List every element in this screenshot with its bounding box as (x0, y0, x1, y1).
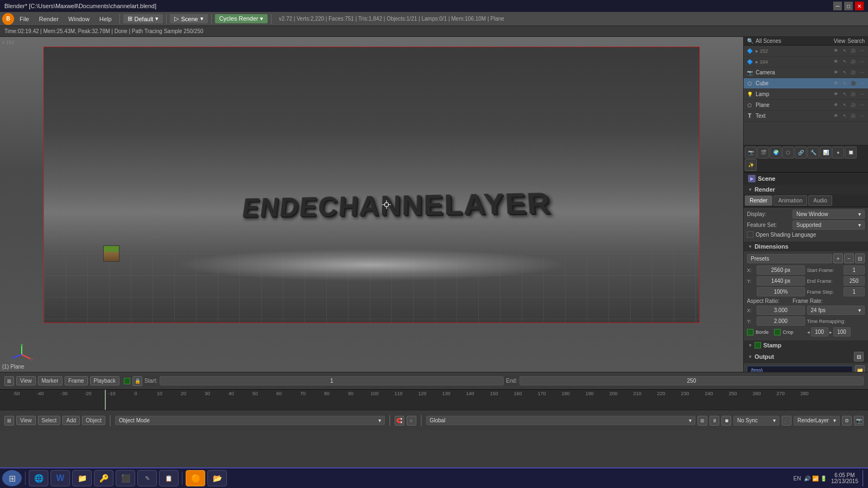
osl-checkbox[interactable] (747, 231, 753, 238)
vis-cursor[interactable]: ↖ (841, 58, 848, 66)
vis-eye[interactable]: 👁 (832, 80, 840, 87)
vis-more[interactable]: ⋯ (858, 102, 866, 109)
outliner-item-164[interactable]: 🔷 ▸ 164 👁 ↖ 🎥 ⋯ (744, 56, 868, 67)
vis-more[interactable]: ⋯ (858, 80, 866, 87)
output-menu-btn[interactable]: ⊟ (854, 352, 864, 362)
feature-set-dropdown[interactable]: Supported ▾ (793, 220, 865, 230)
vis-render[interactable]: 🎥 (850, 102, 857, 109)
presets-menu-btn[interactable]: ⊟ (855, 253, 865, 263)
vis-eye[interactable]: 👁 (832, 91, 840, 98)
taskbar-fileexp[interactable]: 📂 (207, 470, 227, 486)
marker-btn[interactable]: Marker (38, 376, 62, 385)
vis-cursor[interactable]: ↖ (841, 102, 848, 109)
taskbar-blender[interactable]: 🟠 (186, 470, 205, 486)
tab-constraints[interactable]: 🔗 (795, 147, 807, 159)
vis-render[interactable]: 🎥 (850, 112, 857, 120)
show-desktop-btn[interactable] (863, 470, 866, 486)
menu-help[interactable]: Help (95, 15, 116, 23)
object-label[interactable]: Object (82, 416, 105, 425)
taskbar-app5[interactable]: ⬛ (116, 470, 135, 486)
taskbar-explorer[interactable]: 📁 (72, 470, 92, 486)
tab-object[interactable]: ⬡ (782, 147, 794, 159)
res-y-value[interactable]: 1440 px (757, 276, 805, 286)
frame-rate-dropdown[interactable]: 24 fps ▾ (807, 306, 865, 315)
viewport[interactable]: ENDECHANNELAYER v 152 X Z (0, 37, 743, 372)
vis-eye[interactable]: 👁 (832, 102, 840, 109)
select-label[interactable]: Select (38, 416, 61, 425)
vis-eye[interactable]: 👁 (832, 58, 840, 66)
close-button[interactable]: ✕ (855, 2, 864, 10)
minimize-button[interactable]: ─ (833, 2, 842, 10)
tab-texture[interactable]: 🔲 (845, 147, 857, 159)
scrollbar-handle[interactable] (859, 27, 864, 36)
render-engine-dropdown[interactable]: Cycles Render ▾ (215, 14, 268, 23)
snap-btn[interactable]: 🧲 (395, 416, 404, 426)
presets-remove-btn[interactable]: − (844, 253, 854, 263)
outliner-item-camera[interactable]: 📷 Camera 👁 ↖ 🎥 ⋯ (744, 67, 868, 78)
scene-dropdown[interactable]: ▷ Scene ▾ (170, 14, 207, 23)
timeline-start[interactable]: 1 (160, 376, 504, 385)
workspace-dropdown[interactable]: ⊞ Default ▾ (123, 14, 163, 23)
tab-world[interactable]: 🌍 (770, 147, 782, 159)
crop-checkbox[interactable] (774, 329, 781, 335)
vis-cursor[interactable]: ↖ (841, 69, 848, 77)
view-btn[interactable]: View (16, 376, 36, 385)
res-x-value[interactable]: 2560 px (757, 265, 805, 275)
view-label[interactable]: View (16, 416, 36, 425)
outliner-item-lamp[interactable]: 💡 Lamp 👁 ↖ 🎥 ⋯ (744, 89, 868, 100)
start-button[interactable]: ⊞ (2, 470, 22, 486)
render-tab-render[interactable]: Render (745, 195, 772, 206)
view-btn[interactable]: View (834, 38, 846, 44)
proportional-btn[interactable]: ○ (407, 416, 416, 426)
tab-material[interactable]: ● (832, 147, 844, 159)
playback-btn[interactable]: Playback (90, 376, 120, 385)
display-dropdown[interactable]: New Window ▾ (793, 210, 865, 219)
timeline-end[interactable]: 250 (519, 376, 864, 385)
output-browse-btn[interactable]: 📁 (855, 365, 865, 372)
presets-add-btn[interactable]: + (833, 253, 843, 263)
extra-btn[interactable]: ⚙ (842, 416, 852, 426)
search-btn[interactable]: Search (847, 38, 865, 44)
outliner-item-plane[interactable]: ⬡ Plane 👁 ↖ 🎥 ⋯ (744, 100, 868, 111)
tab-data[interactable]: 📊 (820, 147, 832, 159)
menu-window[interactable]: Window (64, 15, 94, 23)
tab-modifiers[interactable]: 🔧 (807, 147, 819, 159)
menu-file[interactable]: File (15, 15, 34, 23)
tab-render[interactable]: 📷 (745, 147, 757, 159)
tab-scene[interactable]: 🎬 (757, 147, 769, 159)
render-layer-btn[interactable]: 🎥 (782, 416, 791, 426)
vis-render[interactable]: 🎥 (850, 69, 857, 77)
aspect-y-value[interactable]: 2.000 (757, 316, 805, 326)
vis-more[interactable]: ⋯ (858, 69, 866, 77)
taskbar-app4[interactable]: 🔑 (94, 470, 113, 486)
sync-dropdown[interactable]: No Sync ▾ (733, 416, 780, 426)
output-path[interactable]: /tmp\ (747, 366, 853, 372)
vis-eye[interactable]: 👁 (832, 69, 840, 77)
stamp-enable-checkbox[interactable] (755, 342, 761, 348)
vis-render[interactable]: 🎥 (850, 47, 857, 55)
viewport-toggle-btn[interactable]: ⊞ (4, 376, 14, 386)
blender-logo[interactable]: B (2, 13, 14, 25)
play-checkbox[interactable] (124, 378, 130, 384)
vis-render[interactable]: 🎥 (850, 58, 857, 66)
outliner-item-text[interactable]: T Text 👁 ↖ 🎥 ⋯ (744, 111, 868, 122)
camera-view-btn[interactable]: 📷 (854, 416, 864, 426)
frame-btn[interactable]: Frame (65, 376, 88, 385)
vis-more[interactable]: ⋯ (858, 58, 866, 66)
res-percent-value[interactable]: 100% (757, 287, 805, 296)
taskbar-chrome[interactable]: 🌐 (29, 470, 48, 486)
taskbar-app6[interactable]: ✎ (137, 470, 157, 486)
taskbar-app7[interactable]: 📋 (159, 470, 179, 486)
mode-dropdown[interactable]: Object Mode ▾ (115, 416, 385, 425)
vis-more[interactable]: ⋯ (858, 47, 866, 55)
record-btn[interactable]: ⏺ (721, 416, 731, 426)
vis-eye[interactable]: 👁 (832, 112, 840, 120)
vis-cursor[interactable]: ↖ (841, 112, 848, 120)
vis-cursor[interactable]: ↖ (841, 80, 848, 87)
presets-dropdown[interactable]: Presets (747, 254, 832, 263)
menu-render[interactable]: Render (35, 15, 63, 23)
add-label[interactable]: Add (62, 416, 80, 425)
dimensions-section-header[interactable]: ▼ Dimensions (744, 242, 868, 251)
time-remap-new[interactable]: 100 (833, 327, 851, 337)
outliner-item-152[interactable]: 🔷 ▸ 152 👁 ↖ 🎥 ⋯ (744, 46, 868, 56)
